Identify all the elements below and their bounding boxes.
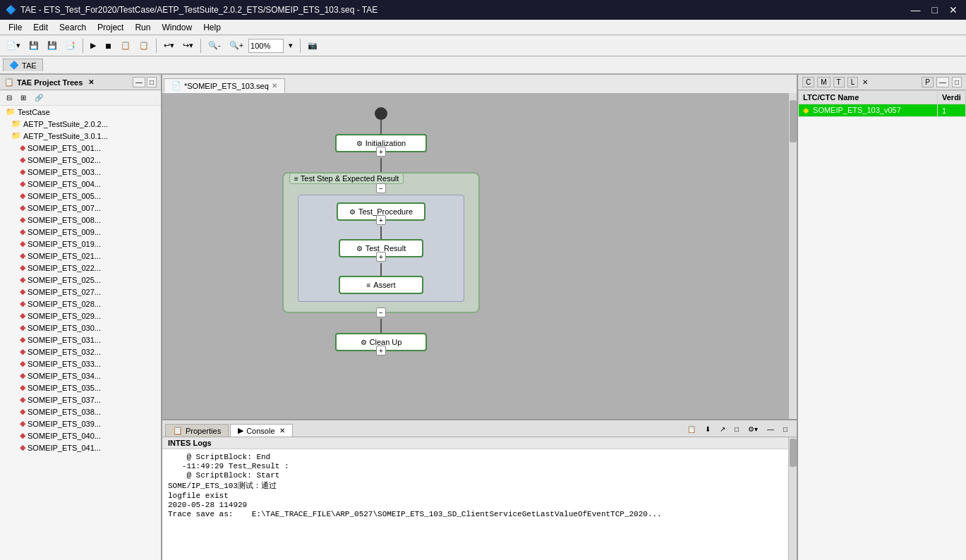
panel-maximize-btn[interactable]: □: [147, 77, 157, 87]
list-item[interactable]: ◆SOMEIP_ETS_021...: [0, 250, 161, 262]
minimize-button[interactable]: —: [908, 4, 924, 16]
bottom-toolbar-btn1[interactable]: 📋: [684, 421, 699, 437]
toolbar-step[interactable]: 📋: [117, 38, 134, 54]
close-button[interactable]: ✕: [946, 4, 960, 16]
assert-box[interactable]: ≡ Assert: [339, 276, 423, 294]
menu-window[interactable]: Window: [156, 21, 198, 34]
maximize-button[interactable]: □: [929, 4, 941, 16]
bottom-maximize[interactable]: □: [780, 421, 791, 437]
list-item[interactable]: ◆SOMEIP_ETS_028...: [0, 298, 161, 310]
tree-suite-2[interactable]: 📁 AETP_TestSuite_3.0.1...: [0, 130, 161, 142]
table-row[interactable]: ◆ SOMEIP_ETS_103_v057 1: [799, 104, 966, 117]
toolbar-zoomin[interactable]: 🔍+: [226, 38, 247, 54]
list-item[interactable]: ◆SOMEIP_ETS_032...: [0, 346, 161, 358]
list-item[interactable]: ◆SOMEIP_ETS_038...: [0, 406, 161, 418]
left-panel-close-x[interactable]: ✕: [88, 78, 94, 86]
toolbar-run[interactable]: ▶: [87, 38, 99, 54]
result-plus-btn[interactable]: +: [376, 252, 386, 262]
console-tab-close[interactable]: ✕: [279, 427, 285, 434]
right-panel-c-btn[interactable]: C: [802, 77, 814, 87]
diagram-tab[interactable]: 📄 *SOMEIP_ETS_103.seq ✕: [164, 78, 285, 93]
toolbar-stop[interactable]: ⏹: [101, 38, 116, 54]
toolbar-new[interactable]: 📄▾: [3, 38, 24, 54]
zoom-input[interactable]: 100%: [248, 39, 284, 53]
right-panel-close-x[interactable]: ✕: [862, 78, 868, 86]
right-panel-t-btn[interactable]: T: [833, 77, 845, 87]
proc-plus-btn[interactable]: +: [376, 215, 386, 225]
tree-collapse-btn[interactable]: ⊟: [3, 90, 16, 106]
list-item[interactable]: ◆SOMEIP_ETS_027...: [0, 286, 161, 298]
bottom-toolbar-btn2[interactable]: ⬇: [701, 421, 714, 437]
tree-suite-1[interactable]: 📁 AETP_TestSuite_2.0.2...: [0, 118, 161, 130]
list-item[interactable]: ◆SOMEIP_ETS_008...: [0, 214, 161, 226]
diamond-icon: ◆: [20, 383, 25, 392]
group-bottom-minus[interactable]: −: [376, 308, 386, 317]
menu-edit[interactable]: Edit: [28, 21, 54, 34]
menu-help[interactable]: Help: [198, 21, 227, 34]
toolbar-extra[interactable]: 📷: [304, 38, 321, 54]
diagram-canvas[interactable]: ⚙ Initialization + ≡ Test Step & Expecte…: [162, 93, 797, 419]
right-panel-max[interactable]: □: [952, 77, 962, 87]
toolbar-undo[interactable]: ↩▾: [160, 38, 178, 54]
toolbar-step2[interactable]: 📋: [135, 38, 152, 54]
tree-expand-btn[interactable]: ⊞: [17, 90, 30, 106]
list-item[interactable]: ◆SOMEIP_ETS_007...: [0, 202, 161, 214]
menu-search[interactable]: Search: [54, 21, 92, 34]
list-item[interactable]: ◆SOMEIP_ETS_040...: [0, 430, 161, 442]
right-panel-min[interactable]: —: [936, 77, 949, 87]
cleanup-box[interactable]: ⚙ Clean Up +: [335, 333, 427, 351]
list-item[interactable]: ◆SOMEIP_ETS_005...: [0, 190, 161, 202]
list-item[interactable]: ◆SOMEIP_ETS_009...: [0, 226, 161, 238]
titlebar-controls[interactable]: — □ ✕: [908, 4, 960, 16]
list-item[interactable]: ◆SOMEIP_ETS_041...: [0, 442, 161, 454]
diagram-tab-close[interactable]: ✕: [272, 82, 277, 90]
menu-run[interactable]: Run: [129, 21, 156, 34]
right-panel-p-btn[interactable]: P: [922, 77, 934, 87]
list-item[interactable]: ◆SOMEIP_ETS_003...: [0, 166, 161, 178]
menu-file[interactable]: File: [3, 21, 28, 34]
toolbar-zoomout[interactable]: 🔍-: [205, 38, 224, 54]
list-item[interactable]: ◆SOMEIP_ETS_022...: [0, 262, 161, 274]
diagram-scrollbar-v[interactable]: [788, 93, 797, 419]
tree-link-btn[interactable]: 🔗: [31, 90, 47, 106]
test-procedure-box[interactable]: ⚙ Test_Procedure +: [337, 202, 425, 221]
toolbar-save3[interactable]: 📑: [62, 38, 79, 54]
list-item[interactable]: ◆SOMEIP_ETS_029...: [0, 310, 161, 322]
list-item[interactable]: ◆SOMEIP_ETS_019...: [0, 238, 161, 250]
list-item[interactable]: ◆SOMEIP_ETS_033...: [0, 358, 161, 370]
list-item[interactable]: ◆SOMEIP_ETS_031...: [0, 334, 161, 346]
menu-project[interactable]: Project: [92, 21, 129, 34]
tae-tab[interactable]: 🔷 TAE: [3, 59, 43, 71]
list-item[interactable]: ◆SOMEIP_ETS_037...: [0, 394, 161, 406]
list-item[interactable]: ◆SOMEIP_ETS_025...: [0, 274, 161, 286]
tab-console[interactable]: ▶ Console ✕: [230, 424, 292, 437]
right-panel-m-btn[interactable]: M: [817, 77, 830, 87]
app-icon: 🔷: [6, 5, 16, 15]
right-panel-l-btn[interactable]: L: [847, 77, 859, 87]
bottom-minimize[interactable]: —: [763, 421, 778, 437]
bottom-toolbar-btn3[interactable]: ↗: [716, 421, 729, 437]
list-item[interactable]: ◆SOMEIP_ETS_034...: [0, 370, 161, 382]
group-minus-btn[interactable]: −: [376, 183, 386, 193]
test-result-box[interactable]: ⚙ Test_Result +: [339, 239, 423, 257]
list-item[interactable]: ◆SOMEIP_ETS_030...: [0, 322, 161, 334]
toolbar-redo[interactable]: ↪▾: [179, 38, 197, 54]
list-item[interactable]: ◆SOMEIP_ETS_002...: [0, 154, 161, 166]
list-item[interactable]: ◆SOMEIP_ETS_004...: [0, 178, 161, 190]
toolbar-save2[interactable]: 💾: [44, 38, 61, 54]
tree-root[interactable]: 📁 TestCase: [0, 106, 161, 118]
init-plus-btn[interactable]: +: [376, 147, 386, 157]
toolbar-zoom-dropdown[interactable]: ▾: [285, 38, 296, 54]
console-scrollbar[interactable]: [788, 437, 797, 560]
folder-icon: 📁: [11, 119, 21, 128]
list-item[interactable]: ◆SOMEIP_ETS_001...: [0, 142, 161, 154]
toolbar-save[interactable]: 💾: [25, 38, 42, 54]
bottom-toolbar-btn5[interactable]: ⚙▾: [744, 421, 761, 437]
panel-minimize-btn[interactable]: —: [133, 77, 145, 87]
list-item[interactable]: ◆SOMEIP_ETS_039...: [0, 418, 161, 430]
list-item[interactable]: ◆SOMEIP_ETS_035...: [0, 382, 161, 394]
cleanup-plus-btn[interactable]: +: [376, 346, 386, 355]
bottom-toolbar-btn4[interactable]: □: [731, 421, 742, 437]
tab-properties[interactable]: 📋 Properties: [165, 424, 229, 437]
initialization-box[interactable]: ⚙ Initialization +: [335, 134, 427, 152]
